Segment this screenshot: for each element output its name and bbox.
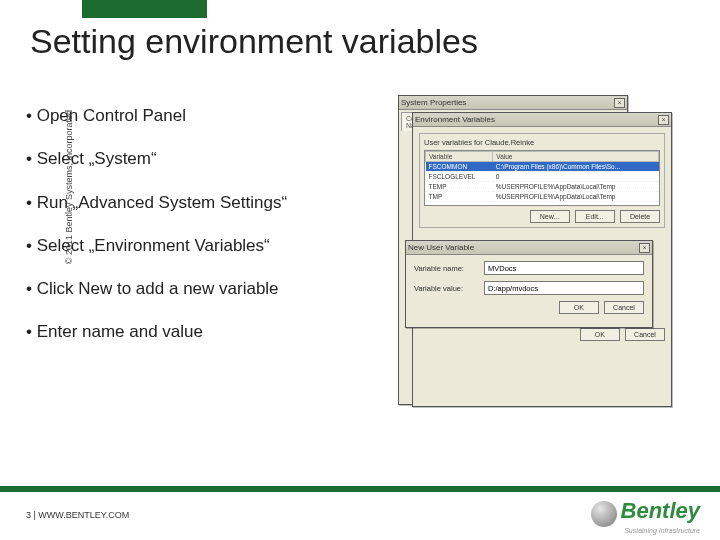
edit-button[interactable]: Edit... <box>575 210 615 223</box>
column-header-variable[interactable]: Variable <box>426 152 493 162</box>
bullet-item: • Select „Environment Variables“ <box>26 235 356 256</box>
table-row[interactable]: TMP%USERPROFILE%\AppData\Local\Temp <box>426 192 659 202</box>
variable-name-label: Variable name: <box>414 264 484 273</box>
column-header-value[interactable]: Value <box>493 152 659 162</box>
variable-value-input[interactable] <box>484 281 644 295</box>
slide-footer: 3 | WWW.BENTLEY.COM Bentley Sustaining I… <box>0 486 720 540</box>
bentley-logo: Bentley Sustaining Infrastructure <box>591 498 700 534</box>
ok-button[interactable]: OK <box>580 328 620 341</box>
bullet-item: • Enter name and value <box>26 321 356 342</box>
new-button[interactable]: New... <box>530 210 570 223</box>
user-variables-group: User variables for Claude.Reinke Variabl… <box>419 133 665 228</box>
window-title: Environment Variables <box>415 115 495 124</box>
bullet-item: • Click New to add a new variable <box>26 278 356 299</box>
close-icon[interactable]: × <box>658 115 669 125</box>
close-icon[interactable]: × <box>614 98 625 108</box>
table-row[interactable]: TEMP%USERPROFILE%\AppData\Local\Temp <box>426 182 659 192</box>
logo-wordmark: Bentley <box>621 498 700 523</box>
screenshot-stack: System Properties × Computer Name Hardwa… <box>398 95 693 425</box>
window-new-user-variable: New User Variable × Variable name: Varia… <box>405 240 653 328</box>
group-label: User variables for Claude.Reinke <box>424 138 660 147</box>
logo-tagline: Sustaining Infrastructure <box>591 527 700 534</box>
bullet-item: • Select „System“ <box>26 148 356 169</box>
close-icon[interactable]: × <box>639 243 650 253</box>
variable-name-input[interactable] <box>484 261 644 275</box>
cancel-button[interactable]: Cancel <box>625 328 665 341</box>
window-title: New User Variable <box>408 243 474 252</box>
bullet-item: • Run „Advanced System Settings“ <box>26 192 356 213</box>
delete-button[interactable]: Delete <box>620 210 660 223</box>
footer-text: 3 | WWW.BENTLEY.COM <box>26 510 129 520</box>
copyright-text: © 2011 Bentley Systems, Incorporated <box>64 110 74 264</box>
variable-value-label: Variable value: <box>414 284 484 293</box>
ok-button[interactable]: OK <box>559 301 599 314</box>
user-variables-list[interactable]: Variable Value FSCOMMONC:\Program Files … <box>424 150 660 206</box>
table-row[interactable]: FSCOMMONC:\Program Files (x86)\Common Fi… <box>426 162 659 172</box>
window-title: System Properties <box>401 98 466 107</box>
logo-sphere-icon <box>591 501 617 527</box>
table-row[interactable]: FSCLOGLEVEL0 <box>426 172 659 182</box>
bullet-list: • Open Control Panel • Select „System“ •… <box>26 105 356 365</box>
cancel-button[interactable]: Cancel <box>604 301 644 314</box>
accent-bar <box>82 0 207 18</box>
slide-title: Setting environment variables <box>30 22 478 61</box>
bullet-item: • Open Control Panel <box>26 105 356 126</box>
